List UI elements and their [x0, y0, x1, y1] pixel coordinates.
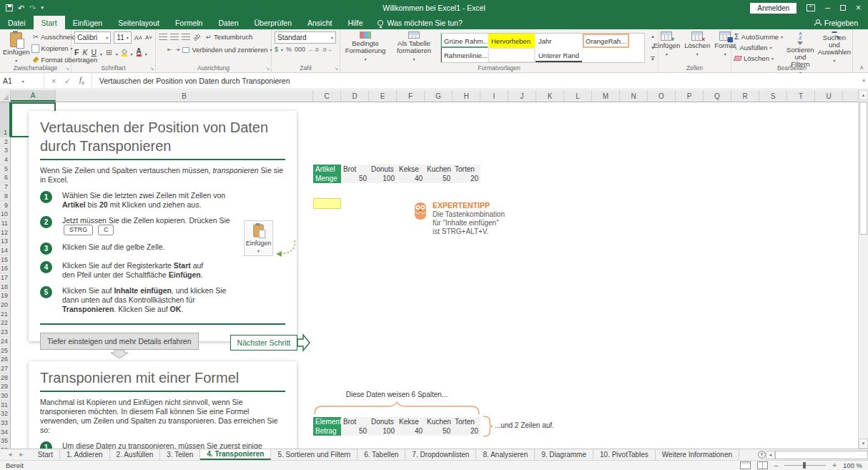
orientation-icon[interactable]: ab — [192, 31, 202, 41]
cell-40[interactable]: 40 — [397, 174, 425, 183]
column-header-u[interactable]: U — [815, 90, 843, 102]
font-size-select[interactable]: 11▾ — [114, 31, 131, 44]
font-family-select[interactable]: Calibri▾ — [74, 31, 111, 44]
name-box[interactable]: A1 ▾ — [0, 73, 44, 89]
row-header-17[interactable]: 17 — [0, 273, 11, 283]
zoom-out-button[interactable]: – — [774, 461, 779, 469]
cell-40[interactable]: 40 — [397, 426, 425, 436]
column-header-s[interactable]: S — [759, 90, 787, 102]
row-header-20[interactable]: 20 — [0, 300, 11, 310]
scroll-left-icon[interactable]: ◄ — [766, 451, 775, 459]
details-button[interactable]: Tiefer einsteigen und mehr Details erfah… — [40, 333, 199, 350]
row-header-28[interactable]: 28 — [0, 373, 11, 383]
row-header-6[interactable]: 6 — [0, 174, 11, 183]
cell-brot[interactable]: Brot — [341, 165, 369, 174]
row-header-2[interactable]: 2 — [0, 137, 11, 147]
cell-brot[interactable]: Brot — [341, 417, 369, 426]
insert-cells-button[interactable]: + Einfügen▾ — [654, 31, 681, 63]
column-header-i[interactable]: I — [480, 90, 508, 102]
cell-20[interactable]: 20 — [453, 426, 480, 436]
cell-torten[interactable]: Torten — [453, 417, 480, 426]
scroll-up-icon[interactable]: ▲ — [859, 90, 868, 100]
number-format-select[interactable]: Standard▾ — [275, 31, 336, 44]
row-header-5[interactable]: 5 — [0, 165, 11, 174]
scroll-down-icon[interactable]: ▼ — [859, 439, 868, 449]
italic-button[interactable]: K — [82, 48, 87, 57]
grow-font-button[interactable]: A˄ — [134, 34, 142, 41]
column-header-n[interactable]: N — [620, 90, 648, 102]
column-header-m[interactable]: M — [592, 90, 620, 102]
row-header-16[interactable]: 16 — [0, 265, 11, 274]
row-header-8[interactable]: 8 — [0, 192, 11, 201]
column-header-q[interactable]: Q — [704, 90, 731, 102]
cell-50[interactable]: 50 — [425, 174, 453, 183]
align-middle-icon[interactable] — [170, 34, 179, 40]
zoom-slider-thumb[interactable] — [803, 462, 806, 469]
accounting-format-button[interactable]: $ — [275, 46, 278, 53]
column-header-e[interactable]: E — [369, 90, 397, 102]
sheet-tab-4-transponieren[interactable]: 4. Transponieren — [200, 449, 271, 460]
vertical-scrollbar[interactable]: ▲ ▼ — [858, 90, 868, 449]
zoom-slider[interactable] — [784, 465, 826, 466]
sheet-tab-3-teilen[interactable]: 3. Teilen — [160, 449, 200, 460]
ribbon-tab-start[interactable]: Start — [34, 16, 65, 29]
cell-100[interactable]: 100 — [369, 174, 397, 183]
close-button[interactable]: × — [856, 4, 861, 12]
ribbon-tab-seitenlayout[interactable]: Seitenlayout — [110, 16, 167, 29]
cell-100[interactable]: 100 — [369, 426, 397, 436]
restore-button[interactable] — [840, 5, 846, 11]
row-header-27[interactable]: 27 — [0, 364, 11, 373]
dialog-launcher-icon[interactable]: ↘ — [334, 66, 338, 72]
cell-style-unterer-rand[interactable]: Unterer Rand — [536, 48, 583, 62]
sheet-tab-7-dropdownlisten[interactable]: 7. Dropdownlisten — [405, 449, 476, 460]
collapse-ribbon-icon[interactable]: ∧ — [859, 64, 864, 71]
sort-filter-button[interactable]: AZ Sortieren und Filtern▾ — [786, 31, 814, 63]
percent-style-button[interactable]: % — [286, 46, 292, 53]
cell-50[interactable]: 50 — [341, 174, 369, 183]
cell-betrag[interactable]: Betrag — [313, 426, 341, 436]
tell-me-box[interactable]: Was möchten Sie tun? — [370, 16, 469, 29]
row-header-22[interactable]: 22 — [0, 319, 11, 328]
redo-icon[interactable]: ↷ — [29, 4, 36, 11]
row-header-9[interactable]: 9 — [0, 201, 11, 210]
enter-icon[interactable]: ✓ — [64, 77, 71, 85]
row-header-12[interactable]: 12 — [0, 228, 11, 238]
row-header-18[interactable]: 18 — [0, 283, 11, 292]
align-bottom-icon[interactable] — [182, 34, 190, 40]
sheet-tab-weitere-informationen[interactable]: Weitere Informationen — [656, 449, 739, 460]
comma-style-button[interactable]: 000 — [295, 46, 305, 53]
ribbon-display-options-icon[interactable] — [807, 4, 815, 11]
ribbon-tab-einfügen[interactable]: Einfügen — [65, 16, 110, 29]
sheet-tab-9-diagramme[interactable]: 9. Diagramme — [535, 449, 593, 460]
row-header-15[interactable]: 15 — [0, 255, 11, 265]
clear-button[interactable]: Löschen▾ — [734, 53, 783, 63]
ribbon-tab-hilfe[interactable]: Hilfe — [340, 16, 370, 29]
row-header-19[interactable]: 19 — [0, 292, 11, 301]
zoom-in-button[interactable]: + — [832, 461, 837, 469]
column-header-d[interactable]: D — [341, 90, 369, 102]
cell-style-empty[interactable] — [488, 48, 536, 62]
cell-kuchen[interactable]: Kuchen — [425, 417, 453, 426]
merge-center-button[interactable]: Verbinden und zentrieren▾ — [182, 44, 272, 55]
delete-cells-button[interactable]: × Löschen▾ — [684, 31, 710, 63]
dialog-launcher-icon[interactable]: ↘ — [65, 66, 69, 72]
horizontal-scrollbar[interactable]: ◄ ► — [766, 449, 868, 460]
paste-button[interactable]: Einfügen▾ — [3, 31, 30, 65]
formula-input[interactable]: Vertauschen der Position von Daten durch… — [92, 77, 863, 85]
cell-style-hervorheben[interactable]: Hervorheben — [488, 34, 536, 48]
row-header-33[interactable]: 33 — [0, 418, 11, 428]
sheet-tab-6-tabellen[interactable]: 6. Tabellen — [357, 449, 405, 460]
name-box-dropdown-icon[interactable]: ▾ — [22, 79, 24, 84]
row-header-21[interactable]: 21 — [0, 310, 11, 319]
insert-function-icon[interactable]: fx — [79, 76, 84, 86]
horizontal-scroll-thumb[interactable] — [775, 451, 868, 459]
page-layout-view-icon[interactable] — [740, 461, 751, 469]
format-as-table-button[interactable]: Als Tabelle formatieren▾ — [392, 31, 436, 63]
row-header-35[interactable]: 35 — [0, 437, 11, 446]
row-header-31[interactable]: 31 — [0, 401, 11, 410]
sheet-tab-start[interactable]: Start — [31, 449, 60, 460]
wrap-text-button[interactable]: ↵Textumbruch — [206, 31, 252, 42]
ribbon-tab-ansicht[interactable]: Ansicht — [300, 16, 340, 29]
column-header-h[interactable]: H — [453, 90, 480, 102]
sheet-tab-2-ausfüllen[interactable]: 2. Ausfüllen — [110, 449, 161, 460]
